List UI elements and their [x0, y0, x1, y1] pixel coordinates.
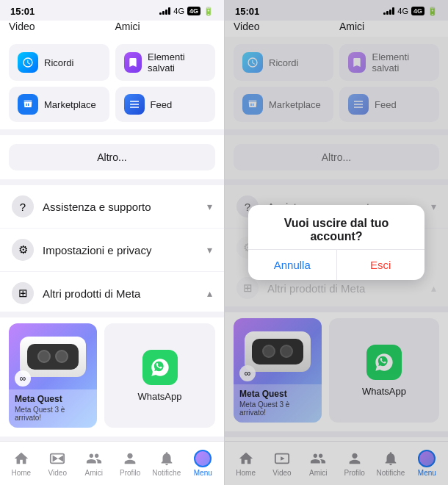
assistenza-label-left: Assistenza e supporto: [43, 201, 207, 213]
video-icon-left: [48, 450, 66, 467]
status-icons-left: 4G 4G 🔋: [159, 7, 214, 16]
nav-video-left[interactable]: Video: [40, 450, 76, 477]
video-label-left: Video: [9, 21, 109, 32]
top-labels-left: Video Amici: [0, 21, 224, 37]
nav-amici-left[interactable]: Amici: [76, 450, 112, 477]
impostazioni-label-left: Impostazioni e privacy: [43, 244, 207, 256]
notifiche-icon-left: [158, 450, 176, 467]
apps-grid-left: ∞ Meta Quest Meta Quest 3 è arrivato! Wh…: [0, 317, 224, 436]
amici-label-left: Amici: [115, 21, 216, 32]
dialog-title: Vuoi uscire dal tuo account?: [248, 205, 424, 249]
nav-notifiche-left[interactable]: Notifiche: [148, 450, 185, 477]
meta-logo-badge-left: ∞: [15, 370, 31, 387]
left-content: Video Amici Ricordi Elementi salvati: [0, 21, 224, 441]
altri-icon-left: ⊞: [12, 282, 34, 304]
meta-quest-info-left: Meta Quest Meta Quest 3 è arrivato!: [9, 389, 97, 428]
altri-label-left: Altri prodotti di Meta: [43, 287, 207, 300]
grid-item-elementi-left[interactable]: Elementi salvati: [115, 44, 216, 81]
grid-item-feed-left[interactable]: Feed: [115, 87, 216, 122]
4g-badge: 4G: [187, 7, 200, 15]
network-label: 4G: [173, 7, 184, 15]
status-bar-left: 15:01 4G 4G 🔋: [0, 0, 224, 21]
battery-icon: 🔋: [203, 7, 214, 16]
video-nav-label-left: Video: [48, 469, 67, 477]
list-item-impostazioni-left[interactable]: ⚙ Impostazioni e privacy ▾: [0, 229, 224, 272]
ricordi-icon-left: [18, 52, 38, 73]
profilo-nav-label-left: Profilo: [120, 469, 140, 477]
impostazioni-icon-left: ⚙: [12, 239, 34, 261]
grid-section-left: Ricordi Elementi salvati Marketplace: [0, 37, 224, 129]
altro-section-left: Altro...: [0, 135, 224, 179]
grid-row-1-left: Ricordi Elementi salvati: [9, 44, 215, 81]
meta-quest-card-left[interactable]: ∞ Meta Quest Meta Quest 3 è arrivato!: [9, 323, 97, 428]
list-section-left: ? Assistenza e supporto ▾ ⚙ Impostazioni…: [0, 185, 224, 312]
right-panel: 15:01 4G 4G 🔋 Video Amici: [224, 0, 448, 485]
nav-home-left[interactable]: Home: [3, 450, 40, 477]
menu-nav-label-left: Menu: [194, 469, 212, 477]
lens-left: [37, 350, 51, 363]
meta-icon-left: ∞: [15, 370, 31, 387]
list-item-assistenza-left[interactable]: ? Assistenza e supporto ▾: [0, 185, 224, 229]
altri-chevron-left: ▴: [207, 287, 212, 299]
dialog-overlay: Vuoi uscire dal tuo account? Annulla Esc…: [225, 0, 448, 485]
time-left: 15:01: [10, 6, 35, 17]
headset-inner-left: [27, 344, 79, 370]
lens-right: [55, 350, 68, 363]
feed-label-left: Feed: [151, 99, 173, 110]
grid-row-2-left: Marketplace Feed: [9, 87, 215, 122]
grid-item-marketplace-left[interactable]: Marketplace: [9, 87, 109, 122]
meta-quest-image-left: ∞: [9, 323, 97, 389]
list-item-altri-left[interactable]: ⊞ Altri prodotti di Meta ▴: [0, 272, 224, 312]
marketplace-icon-left: [18, 94, 38, 115]
dialog-cancel-button[interactable]: Annulla: [248, 250, 337, 280]
dialog-box: Vuoi uscire dal tuo account? Annulla Esc…: [248, 205, 424, 280]
profilo-icon-left: [121, 450, 139, 467]
assistenza-icon-left: ?: [12, 195, 34, 218]
feed-icon-left: [124, 94, 145, 115]
elementi-icon-left: [124, 52, 142, 73]
whatsapp-label-left: WhatsApp: [138, 391, 182, 402]
impostazioni-chevron-left: ▾: [207, 244, 212, 256]
amici-nav-label-left: Amici: [85, 469, 103, 477]
assistenza-chevron-left: ▾: [207, 201, 212, 212]
left-panel: 15:01 4G 4G 🔋 Video Amici: [0, 0, 224, 485]
meta-quest-desc-left: Meta Quest 3 è arrivato!: [15, 406, 91, 422]
notifiche-nav-label-left: Notifiche: [152, 469, 181, 477]
meta-quest-name-left: Meta Quest: [15, 394, 91, 404]
amici-icon-left: [85, 450, 103, 467]
bottom-nav-left: Home Video Amici Profilo Notifiche: [0, 441, 224, 485]
whatsapp-icon-left: [142, 350, 178, 385]
dialog-confirm-button[interactable]: Esci: [337, 250, 425, 280]
menu-avatar-left: [194, 450, 212, 467]
altro-button-left[interactable]: Altro...: [9, 144, 215, 170]
marketplace-label-left: Marketplace: [44, 99, 96, 110]
dialog-actions: Annulla Esci: [248, 249, 424, 280]
nav-menu-left[interactable]: Menu: [185, 450, 222, 477]
home-icon-left: [12, 450, 30, 467]
grid-item-ricordi-left[interactable]: Ricordi: [9, 44, 109, 81]
ricordi-label-left: Ricordi: [44, 57, 73, 68]
signal-bars: [159, 7, 170, 15]
headset-lens-left: [37, 350, 68, 363]
home-nav-label-left: Home: [11, 469, 31, 477]
nav-profilo-left[interactable]: Profilo: [112, 450, 149, 477]
elementi-label-left: Elementi salvati: [148, 51, 206, 73]
whatsapp-card-left[interactable]: WhatsApp: [104, 323, 215, 428]
